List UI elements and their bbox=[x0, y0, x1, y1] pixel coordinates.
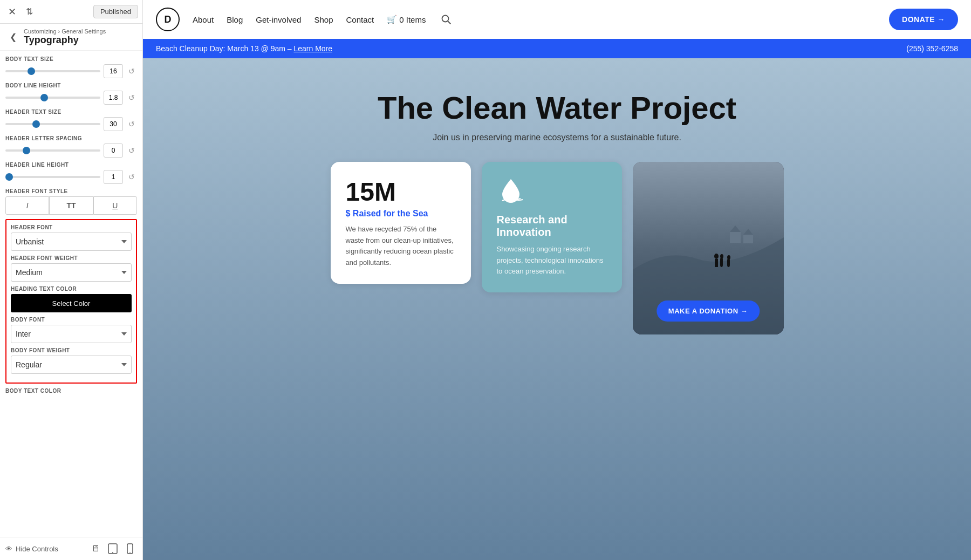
body-text-size-value: 16 bbox=[104, 64, 123, 78]
eye-icon: 👁 bbox=[5, 545, 12, 553]
nav-logo: D bbox=[156, 8, 180, 31]
breadcrumb: ❮ Customizing › General Settings Typogra… bbox=[0, 24, 142, 51]
body-font-label: BODY FONT bbox=[11, 317, 132, 323]
header-font-style-label: HEADER FONT STYLE bbox=[5, 188, 137, 194]
heading-color-select-button[interactable]: Select Color bbox=[11, 294, 132, 312]
card-stat-value: 15M bbox=[346, 177, 456, 207]
search-icon[interactable] bbox=[439, 12, 454, 27]
header-text-size-label: HEADER TEXT SIZE bbox=[5, 109, 137, 115]
svg-rect-12 bbox=[715, 259, 718, 267]
header-font-group: HEADER FONT Urbanist Inter Roboto Open S… bbox=[11, 224, 132, 251]
header-line-height-value: 1 bbox=[104, 170, 123, 184]
teal-card: Research and Innovation Showcasing ongoi… bbox=[482, 162, 622, 292]
font-style-underline[interactable]: U bbox=[93, 196, 137, 215]
header-text-size-slider[interactable] bbox=[5, 123, 100, 125]
svg-point-16 bbox=[727, 255, 730, 259]
font-style-bold[interactable]: TT bbox=[49, 196, 93, 215]
svg-point-3 bbox=[129, 552, 131, 553]
nav-link-shop[interactable]: Shop bbox=[314, 15, 333, 24]
svg-point-11 bbox=[714, 254, 719, 259]
header-font-label: HEADER FONT bbox=[11, 224, 132, 230]
body-text-size-group: BODY TEXT SIZE 16 ↺ bbox=[5, 56, 137, 78]
header-line-height-reset[interactable]: ↺ bbox=[126, 172, 137, 182]
header-line-height-group: HEADER LINE HEIGHT 1 ↺ bbox=[5, 162, 137, 184]
drop-icon bbox=[497, 177, 525, 205]
header-font-weight-group: HEADER FONT WEIGHT Thin Light Regular Me… bbox=[11, 255, 132, 282]
body-font-group: BODY FONT Inter Roboto Open Sans Lato Ur… bbox=[11, 317, 132, 343]
body-text-size-slider[interactable] bbox=[5, 70, 100, 72]
body-text-color-label: BODY TEXT COLOR bbox=[5, 388, 137, 394]
hero-title: The Clean Water Project bbox=[378, 91, 736, 125]
hide-controls-button[interactable]: 👁 Hide Controls bbox=[5, 545, 58, 553]
body-font-select[interactable]: Inter Roboto Open Sans Lato Urbanist bbox=[11, 325, 132, 343]
header-text-size-value: 30 bbox=[104, 117, 123, 131]
card-stat-label: $ Raised for the Sea bbox=[346, 209, 456, 218]
svg-line-5 bbox=[448, 21, 450, 24]
published-button[interactable]: Published bbox=[93, 5, 138, 18]
donate-button[interactable]: DONATE → bbox=[889, 9, 958, 30]
card-stat-text: We have recycled 75% of the waste from o… bbox=[346, 224, 456, 269]
hide-controls-label: Hide Controls bbox=[16, 545, 58, 553]
settings-body: BODY TEXT SIZE 16 ↺ BODY LINE HEIGHT 1.8… bbox=[0, 51, 142, 537]
desktop-icon[interactable]: 🖥 bbox=[88, 542, 102, 556]
photo-card: MAKE A DONATION → bbox=[633, 162, 784, 334]
header-letter-spacing-slider[interactable] bbox=[5, 149, 100, 152]
body-line-height-reset[interactable]: ↺ bbox=[126, 92, 137, 103]
heading-text-color-group: HEADING TEXT COLOR Select Color bbox=[11, 286, 132, 312]
nav-link-blog[interactable]: Blog bbox=[227, 15, 243, 24]
right-panel: D About Blog Get-involved Shop Contact 🛒… bbox=[143, 0, 971, 560]
header-font-weight-select[interactable]: Thin Light Regular Medium Bold Extra Bol… bbox=[11, 263, 132, 282]
breadcrumb-text: Customizing › General Settings Typograph… bbox=[24, 28, 106, 46]
header-font-select[interactable]: Urbanist Inter Roboto Open Sans Lato bbox=[11, 233, 132, 251]
body-line-height-group: BODY LINE HEIGHT 1.8 ↺ bbox=[5, 83, 137, 105]
stat-card: 15M $ Raised for the Sea We have recycle… bbox=[331, 162, 471, 284]
svg-point-1 bbox=[112, 552, 113, 553]
body-line-height-slider[interactable] bbox=[5, 97, 100, 99]
svg-point-14 bbox=[720, 254, 723, 258]
left-panel: ✕ ⇅ Published ❮ Customizing › General Se… bbox=[0, 0, 143, 560]
header-line-height-label: HEADER LINE HEIGHT bbox=[5, 162, 137, 168]
body-font-weight-select[interactable]: Thin Light Regular Medium Bold bbox=[11, 356, 132, 374]
body-line-height-value: 1.8 bbox=[104, 91, 123, 105]
nav-link-about[interactable]: About bbox=[193, 15, 214, 24]
header-text-size-reset[interactable]: ↺ bbox=[126, 119, 137, 129]
highlighted-section: HEADER FONT Urbanist Inter Roboto Open S… bbox=[5, 219, 137, 384]
svg-rect-15 bbox=[727, 258, 730, 267]
body-line-height-label: BODY LINE HEIGHT bbox=[5, 83, 137, 88]
swap-icon[interactable]: ⇅ bbox=[22, 4, 37, 19]
header-letter-spacing-reset[interactable]: ↺ bbox=[126, 145, 137, 156]
header-letter-spacing-value: 0 bbox=[104, 144, 123, 158]
svg-rect-9 bbox=[743, 235, 753, 243]
teal-card-title: Research and Innovation bbox=[497, 214, 607, 238]
learn-more-link[interactable]: Learn More bbox=[293, 44, 332, 53]
font-style-italic[interactable]: I bbox=[5, 196, 49, 215]
close-icon[interactable]: ✕ bbox=[4, 4, 19, 19]
svg-rect-13 bbox=[720, 257, 723, 267]
body-text-color-group: BODY TEXT COLOR bbox=[5, 388, 137, 394]
header-line-height-slider[interactable] bbox=[5, 176, 100, 178]
header-letter-spacing-label: HEADER LETTER SPACING bbox=[5, 135, 137, 141]
back-button[interactable]: ❮ bbox=[6, 31, 19, 44]
donation-button[interactable]: MAKE A DONATION → bbox=[657, 301, 760, 322]
body-text-size-label: BODY TEXT SIZE bbox=[5, 56, 137, 62]
hero-subtitle: Join us in preserving marine ecosystems … bbox=[433, 133, 681, 142]
body-font-weight-label: BODY FONT WEIGHT bbox=[11, 347, 132, 353]
header-letter-spacing-group: HEADER LETTER SPACING 0 ↺ bbox=[5, 135, 137, 158]
svg-rect-7 bbox=[730, 232, 741, 243]
top-bar: ✕ ⇅ Published bbox=[0, 0, 142, 24]
mobile-icon[interactable] bbox=[123, 542, 137, 556]
nav-cart[interactable]: 🛒 0 Items bbox=[387, 15, 426, 24]
body-text-size-reset[interactable]: ↺ bbox=[126, 66, 137, 77]
nav-bar: D About Blog Get-involved Shop Contact 🛒… bbox=[143, 0, 971, 39]
heading-text-color-label: HEADING TEXT COLOR bbox=[11, 286, 132, 292]
bottom-bar: 👁 Hide Controls 🖥 bbox=[0, 537, 142, 560]
header-font-style-group: HEADER FONT STYLE I TT U bbox=[5, 188, 137, 215]
nav-link-get-involved[interactable]: Get-involved bbox=[256, 15, 301, 24]
breadcrumb-path: Customizing › General Settings bbox=[24, 28, 106, 35]
tablet-icon[interactable] bbox=[106, 542, 120, 556]
breadcrumb-current: Typography bbox=[24, 35, 106, 46]
header-font-weight-label: HEADER FONT WEIGHT bbox=[11, 255, 132, 261]
header-text-size-group: HEADER TEXT SIZE 30 ↺ bbox=[5, 109, 137, 131]
body-font-weight-group: BODY FONT WEIGHT Thin Light Regular Medi… bbox=[11, 347, 132, 374]
nav-link-contact[interactable]: Contact bbox=[346, 15, 374, 24]
